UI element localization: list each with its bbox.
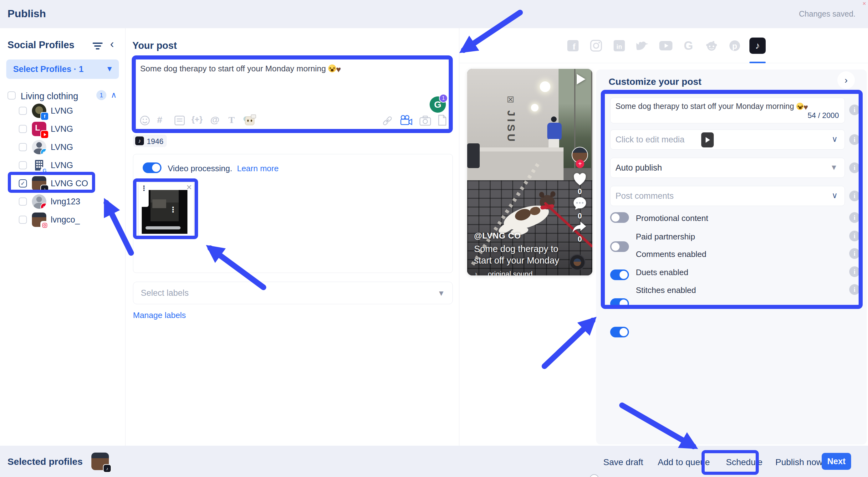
custom-caption-field[interactable]: Some dog therapy to start off your Monda…: [610, 98, 845, 123]
footer-bar: Selected profiles Save draft Add to queu…: [0, 446, 868, 477]
publish-now-label[interactable]: Publish now: [775, 457, 823, 467]
emoji-picker-icon[interactable]: [140, 115, 150, 126]
post-comments-field[interactable]: Post comments ∨: [610, 186, 845, 206]
document-icon[interactable]: [437, 115, 447, 126]
facebook-tab-icon[interactable]: f: [567, 39, 579, 52]
tiktok-tab-icon-active[interactable]: [749, 37, 766, 54]
profile-row[interactable]: p lvng123: [0, 193, 125, 210]
profile-row[interactable]: lvngco_: [0, 212, 125, 228]
duets-enabled-toggle[interactable]: [610, 298, 629, 309]
youtube-badge-icon: [41, 131, 48, 138]
profile-row[interactable]: G LVNG: [0, 157, 125, 173]
chevron-down-icon: ▼: [437, 289, 445, 298]
next-button[interactable]: Next: [822, 453, 851, 470]
info-icon[interactable]: [849, 212, 860, 223]
profile-group-row[interactable]: Living clothing 1 ∧: [0, 90, 125, 103]
profile-checkbox[interactable]: [19, 216, 27, 224]
remove-media-icon[interactable]: ×: [186, 182, 192, 192]
stitches-enabled-toggle[interactable]: [610, 327, 629, 337]
info-icon[interactable]: [849, 105, 860, 115]
link-icon[interactable]: [382, 115, 393, 126]
thumbnail-drag-handle[interactable]: ⋮: [139, 184, 149, 207]
profile-checkbox[interactable]: [19, 125, 27, 133]
add-to-queue-label[interactable]: Add to queue: [658, 457, 710, 467]
media-mini-thumb[interactable]: [701, 132, 714, 147]
video-icon[interactable]: [400, 115, 412, 126]
group-name: Living clothing: [21, 91, 78, 101]
close-icon[interactable]: ×: [862, 0, 866, 7]
edit-media-field[interactable]: Click to edit media ∨: [610, 129, 845, 150]
variables-icon[interactable]: {+}: [191, 115, 203, 124]
comment-count: 0: [577, 212, 583, 220]
schedule-label[interactable]: Schedule: [726, 457, 763, 467]
toggle-label: Duets enabled: [636, 268, 688, 277]
profile-row-selected[interactable]: LVNG CO: [0, 175, 125, 191]
profile-checkbox[interactable]: [19, 198, 27, 206]
info-icon[interactable]: [849, 190, 860, 201]
profile-row[interactable]: f LVNG: [0, 103, 125, 119]
profile-name: LVNG: [51, 160, 73, 170]
play-icon[interactable]: [577, 74, 585, 85]
profile-checkbox[interactable]: [19, 143, 27, 151]
chevron-up-icon[interactable]: ∧: [111, 90, 117, 100]
paid-partnership-toggle[interactable]: [610, 241, 629, 252]
sound-record-icon[interactable]: [569, 254, 585, 270]
saved-captions-icon[interactable]: [174, 115, 185, 126]
video-processing-toggle[interactable]: [143, 162, 161, 173]
chevron-down-icon: ∨: [832, 134, 838, 144]
instagram-tab-icon[interactable]: [590, 39, 602, 52]
info-icon[interactable]: [849, 162, 860, 173]
weary-face-emoji: [796, 103, 804, 110]
labels-select[interactable]: Select labels ▼: [133, 282, 453, 304]
twitter-tab-icon[interactable]: [636, 40, 649, 52]
linkedin-tab-icon[interactable]: in: [613, 39, 625, 52]
share-icon[interactable]: [572, 221, 587, 234]
your-post-heading: Your post: [132, 40, 177, 51]
profile-checkbox[interactable]: [19, 161, 27, 169]
toggle-label: Stitches enabled: [636, 286, 696, 295]
info-icon[interactable]: [849, 134, 860, 145]
save-draft-label[interactable]: Save draft: [603, 457, 643, 467]
text-format-icon[interactable]: T: [228, 115, 235, 125]
grammarly-count-badge: 1: [439, 94, 448, 103]
publish-mode-select[interactable]: Auto publish ▼: [610, 158, 845, 178]
hashtag-icon[interactable]: #: [157, 115, 162, 125]
filter-icon[interactable]: [92, 42, 103, 50]
profile-row[interactable]: L LVNG: [0, 121, 125, 137]
labels-placeholder: Select labels: [141, 288, 189, 298]
info-icon[interactable]: [849, 248, 860, 259]
preview-username[interactable]: @LVNG CO: [474, 231, 559, 241]
grammarly-icon[interactable]: G 1: [430, 96, 446, 113]
mention-icon[interactable]: @: [210, 115, 219, 125]
comments-enabled-toggle[interactable]: [610, 269, 629, 280]
promotional-content-toggle[interactable]: [610, 212, 629, 223]
ai-assistant-icon[interactable]: [243, 115, 255, 125]
publish-mode-value: Auto publish: [616, 163, 662, 173]
learn-more-link[interactable]: Learn more: [237, 164, 278, 173]
manage-labels-link[interactable]: Manage labels: [133, 310, 186, 320]
info-icon[interactable]: [849, 284, 860, 295]
youtube-tab-icon[interactable]: [659, 41, 673, 51]
save-draft-radio[interactable]: [590, 474, 599, 477]
profile-row[interactable]: LVNG: [0, 139, 125, 155]
group-checkbox[interactable]: [7, 91, 16, 99]
tiktok-char-counter: 1946: [133, 135, 167, 147]
profile-checkbox[interactable]: [19, 107, 27, 115]
post-text-area[interactable]: Some dog therapy to start off your Monda…: [135, 59, 449, 129]
video-thumbnail[interactable]: ⋮ ⋮ ×: [138, 182, 194, 236]
collapse-panel-button[interactable]: ›: [837, 71, 855, 89]
select-profiles-dropdown[interactable]: Select Profiles · 1 ▼: [6, 59, 119, 79]
page-title: Publish: [7, 7, 46, 20]
camera-icon[interactable]: [419, 115, 431, 126]
reddit-tab-icon[interactable]: [705, 39, 718, 52]
profile-checkbox[interactable]: [19, 179, 27, 187]
follow-plus-icon[interactable]: +: [576, 160, 584, 168]
comment-icon[interactable]: [572, 197, 587, 210]
collapse-sidebar-icon[interactable]: ‹: [110, 37, 114, 51]
media-card: Video processing. Learn more ⋮ ⋮ ×: [133, 154, 453, 273]
info-icon[interactable]: [849, 231, 860, 241]
google-tab-icon[interactable]: G: [682, 39, 695, 52]
info-icon[interactable]: [849, 266, 860, 277]
pinterest-tab-icon[interactable]: p: [728, 39, 741, 52]
like-icon[interactable]: [572, 173, 587, 186]
